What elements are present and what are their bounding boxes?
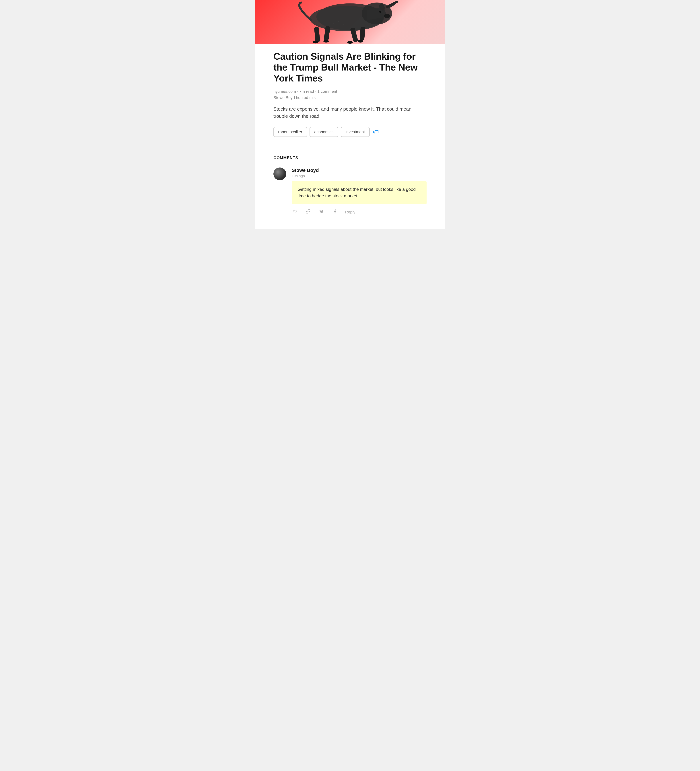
comment-text: Getting mixed signals about the market, … [298,187,416,198]
tag-economics[interactable]: economics [309,127,338,137]
tag-add-icon[interactable]: 🏷 [372,128,379,136]
article-hunter: Stowe Boyd hunted this [273,95,427,100]
svg-point-10 [313,41,318,43]
avatar-image [273,168,286,180]
article-description: Stocks are expensive, and many people kn… [273,106,427,120]
svg-point-18 [333,23,334,24]
comment-body: Stowe Boyd 19h ago Getting mixed signals… [291,168,427,216]
tag-robert-schiller[interactable]: robert schiller [273,127,307,137]
svg-point-12 [347,41,353,44]
like-button[interactable]: ♡ [291,208,298,216]
svg-rect-6 [314,27,320,42]
tags-container: robert schiller economics investment 🏷 [273,127,427,137]
svg-point-19 [343,24,343,25]
heart-icon: ♡ [293,209,297,215]
facebook-icon [333,209,337,215]
article-meta: nytimes.com · 7m read · 1 comment [273,89,427,94]
article-comment-count: 1 comment [317,89,337,94]
svg-point-20 [321,26,322,26]
hero-image [255,0,445,44]
comment-actions: ♡ [291,208,427,216]
comment-text-bubble: Getting mixed signals about the market, … [291,181,427,204]
facebook-button[interactable] [332,208,339,216]
tag-investment[interactable]: investment [341,127,370,137]
link-icon [306,209,311,215]
bull-illustration [255,0,445,44]
twitter-icon [319,209,324,215]
reply-button[interactable]: Reply [345,210,355,215]
comments-section: COMMENTS Stowe Boyd 19h ago Getting mixe… [273,148,427,216]
svg-point-13 [358,40,363,43]
comments-heading: COMMENTS [273,156,427,160]
comment-time: 19h ago [291,174,427,178]
comment-item: Stowe Boyd 19h ago Getting mixed signals… [273,168,427,216]
article-content: Caution Signals Are Blinking for the Tru… [255,44,445,229]
svg-point-17 [338,21,339,23]
comment-author: Stowe Boyd [291,168,427,173]
article-title: Caution Signals Are Blinking for the Tru… [273,51,427,84]
svg-point-11 [323,40,329,43]
twitter-button[interactable] [318,208,325,216]
page-container: Caution Signals Are Blinking for the Tru… [255,0,445,229]
avatar [273,168,286,180]
svg-point-14 [379,11,381,13]
article-read-time: 7m read [300,89,314,94]
article-source: nytimes.com [273,89,296,94]
svg-point-15 [384,14,391,18]
link-button[interactable] [304,208,311,216]
